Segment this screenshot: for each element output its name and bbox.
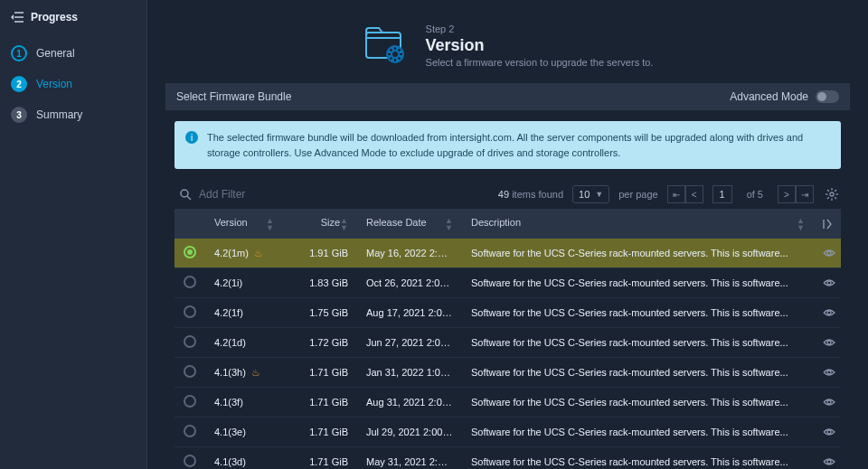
cell-version: 4.1(3h) [214,367,246,378]
view-icon[interactable] [823,427,832,436]
row-radio[interactable] [184,246,196,258]
col-size[interactable]: Size▲▼ [283,210,357,239]
step-eyebrow: Step 2 [426,23,654,34]
chevron-down-icon: ▼ [595,190,603,199]
table-row[interactable]: 4.1(3h) ♨1.71 GiBJan 31, 2022 1:00 AMSof… [175,358,841,388]
table-row[interactable]: 4.1(3d)1.71 GiBMay 31, 2021 2:00 AMSoftw… [175,447,841,470]
info-icon: i [185,131,198,144]
cell-description: Software for the UCS C-Series rack-mount… [462,328,814,358]
row-radio[interactable] [184,276,196,288]
svg-point-13 [830,192,834,196]
view-icon[interactable] [823,457,832,466]
items-found: 49 items found [498,189,563,200]
cell-date: Jul 29, 2021 2:00 AM [357,417,462,447]
view-icon[interactable] [823,398,832,407]
view-icon[interactable] [823,278,832,287]
svg-line-19 [835,197,836,199]
flame-icon: ♨ [251,367,260,378]
cell-size: 1.71 GiB [283,417,357,447]
cell-description: Software for the UCS C-Series rack-mount… [462,298,814,328]
cell-description: Software for the UCS C-Series rack-mount… [462,358,814,388]
step-label: Summary [36,108,82,121]
cell-date: Jan 31, 2022 1:00 AM [357,358,462,388]
cell-date: Oct 26, 2021 2:00 AM [357,268,462,298]
row-radio[interactable] [184,455,196,467]
svg-line-12 [187,196,191,200]
advanced-mode-label: Advanced Mode [730,90,808,103]
svg-line-20 [827,197,829,199]
cell-version: 4.1(3d) [214,456,246,467]
search-icon [180,189,192,201]
per-page-label: per page [618,189,657,200]
cell-description: Software for the UCS C-Series rack-mount… [462,388,814,417]
cell-version: 4.2(1m) [214,248,249,258]
view-icon[interactable] [823,368,832,377]
cell-date: May 16, 2022 2:00 AM [357,239,462,268]
table-settings-button[interactable] [823,185,841,203]
info-text: The selected firmware bundle will be dow… [207,130,830,160]
cell-description: Software for the UCS C-Series rack-mount… [462,268,814,298]
step-general[interactable]: 1General [0,38,146,69]
table-row[interactable]: 4.1(3f)1.71 GiBAug 31, 2021 2:00 AMSoftw… [175,388,841,417]
info-banner: i The selected firmware bundle will be d… [175,121,841,169]
table-row[interactable]: 4.2(1i)1.83 GiBOct 26, 2021 2:00 AMSoftw… [175,268,841,298]
table-row[interactable]: 4.2(1m) ♨1.91 GiBMay 16, 2022 2:00 AMSof… [175,239,841,268]
step-bullet: 3 [11,107,27,123]
filter-search[interactable] [175,188,307,201]
progress-sidebar: Progress 1General2Version3Summary [0,0,147,469]
svg-point-24 [827,311,831,314]
cell-size: 1.71 GiB [283,358,357,388]
page-subtitle: Select a firmware version to upgrade the… [426,57,654,68]
svg-point-11 [181,190,188,197]
col-release[interactable]: Release Date▲▼ [357,210,462,239]
row-radio[interactable] [184,305,196,318]
collapse-icon[interactable] [11,11,24,23]
sidebar-title: Progress [31,11,78,23]
cell-version: 4.2(1d) [214,337,246,348]
col-description[interactable]: Description▲▼ [462,210,814,239]
step-label: General [36,47,75,60]
row-radio[interactable] [184,365,196,378]
svg-point-25 [827,341,831,344]
table-row[interactable]: 4.2(1f)1.75 GiBAug 17, 2021 2:00 AMSoftw… [175,298,841,328]
step-version[interactable]: 2Version [0,69,146,99]
firmware-table: Version▲▼ Size▲▼ Release Date▲▼ Descript… [175,210,841,469]
advanced-mode-toggle[interactable] [816,90,839,103]
svg-point-27 [827,400,831,404]
row-radio[interactable] [184,395,196,408]
step-bullet: 1 [11,45,27,61]
page-first-button[interactable]: ⇤ [667,185,685,203]
page-number-input[interactable] [712,185,732,203]
cell-description: Software for the UCS C-Series rack-mount… [462,239,814,268]
cell-date: Aug 17, 2021 2:00 AM [357,298,462,328]
view-icon[interactable] [823,338,832,347]
svg-point-22 [827,251,831,255]
row-radio[interactable] [184,335,196,348]
cell-size: 1.91 GiB [283,239,357,268]
col-actions-icon[interactable] [814,210,841,239]
table-row[interactable]: 4.2(1d)1.72 GiBJun 27, 2021 2:00 AMSoftw… [175,328,841,358]
filter-input[interactable] [199,188,307,201]
cell-description: Software for the UCS C-Series rack-mount… [462,417,814,447]
col-version[interactable]: Version▲▼ [205,210,283,239]
step-bullet: 2 [11,76,27,92]
cell-description: Software for the UCS C-Series rack-mount… [462,447,814,470]
section-title: Select Firmware Bundle [176,90,291,103]
row-radio[interactable] [184,425,196,437]
view-icon[interactable] [823,249,832,258]
flame-icon: ♨ [254,248,263,258]
page-size-select[interactable]: 10 ▼ [572,185,609,203]
svg-point-26 [827,371,831,374]
step-summary[interactable]: 3Summary [0,99,146,130]
cell-size: 1.71 GiB [283,388,357,417]
svg-point-2 [392,52,398,57]
cell-size: 1.75 GiB [283,298,357,328]
svg-line-21 [835,190,836,192]
page-last-button[interactable]: ⇥ [796,185,814,203]
table-row[interactable]: 4.1(3e)1.71 GiBJul 29, 2021 2:00 AMSoftw… [175,417,841,447]
view-icon[interactable] [823,308,832,317]
page-title: Version [426,36,654,55]
page-next-button[interactable]: > [778,185,796,203]
page-prev-button[interactable]: < [685,185,703,203]
cell-date: Aug 31, 2021 2:00 AM [357,388,462,417]
